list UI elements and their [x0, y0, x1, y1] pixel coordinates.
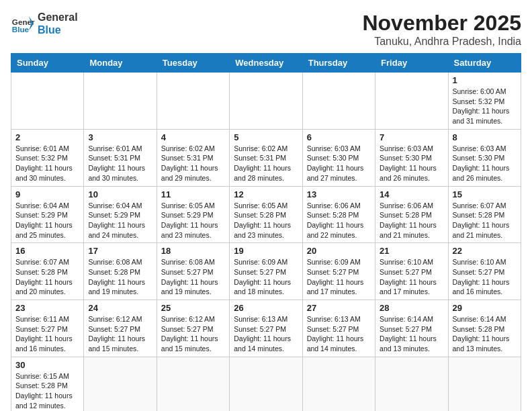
day-of-week-header: Friday: [375, 54, 448, 73]
calendar-week-row: 1Sunrise: 6:00 AM Sunset: 5:32 PM Daylig…: [11, 73, 521, 130]
day-info: Sunrise: 6:15 AM Sunset: 5:28 PM Dayligh…: [15, 371, 79, 411]
calendar-day-cell: 6Sunrise: 6:03 AM Sunset: 5:30 PM Daylig…: [302, 129, 375, 186]
svg-text:Blue: Blue: [12, 25, 30, 34]
day-number: 17: [88, 246, 152, 256]
calendar-week-row: 2Sunrise: 6:01 AM Sunset: 5:32 PM Daylig…: [11, 129, 521, 186]
day-number: 4: [161, 132, 225, 142]
day-info: Sunrise: 6:10 AM Sunset: 5:27 PM Dayligh…: [453, 257, 517, 297]
day-info: Sunrise: 6:06 AM Sunset: 5:28 PM Dayligh…: [380, 201, 443, 240]
day-info: Sunrise: 6:07 AM Sunset: 5:28 PM Dayligh…: [15, 257, 79, 297]
calendar-day-cell: 25Sunrise: 6:12 AM Sunset: 5:27 PM Dayli…: [157, 300, 229, 357]
calendar-day-cell: 24Sunrise: 6:12 AM Sunset: 5:27 PM Dayli…: [84, 300, 157, 357]
calendar-table: SundayMondayTuesdayWednesdayThursdayFrid…: [11, 53, 521, 411]
calendar-day-cell: 22Sunrise: 6:10 AM Sunset: 5:27 PM Dayli…: [448, 243, 521, 300]
calendar-day-cell: 13Sunrise: 6:06 AM Sunset: 5:28 PM Dayli…: [302, 186, 375, 243]
day-number: 27: [307, 303, 371, 313]
day-info: Sunrise: 6:14 AM Sunset: 5:27 PM Dayligh…: [380, 314, 443, 354]
calendar-day-cell: [302, 357, 375, 411]
calendar-week-row: 23Sunrise: 6:11 AM Sunset: 5:27 PM Dayli…: [11, 300, 521, 357]
day-of-week-header: Sunday: [11, 54, 84, 73]
day-info: Sunrise: 6:05 AM Sunset: 5:28 PM Dayligh…: [234, 201, 298, 240]
day-number: 8: [453, 132, 517, 142]
calendar-day-cell: 23Sunrise: 6:11 AM Sunset: 5:27 PM Dayli…: [11, 300, 84, 357]
day-number: 28: [380, 303, 443, 313]
location-title: Tanuku, Andhra Pradesh, India: [362, 36, 521, 48]
page-header: General Blue General Blue November 2025 …: [11, 11, 521, 48]
calendar-day-cell: 11Sunrise: 6:05 AM Sunset: 5:29 PM Dayli…: [157, 186, 229, 243]
day-info: Sunrise: 6:01 AM Sunset: 5:32 PM Dayligh…: [15, 144, 79, 183]
month-title: November 2025: [362, 11, 521, 36]
calendar-day-cell: [84, 357, 157, 411]
logo-general-text: General: [38, 11, 78, 24]
day-number: 2: [15, 132, 79, 142]
calendar-day-cell: [375, 73, 448, 130]
day-of-week-header: Tuesday: [157, 54, 229, 73]
day-info: Sunrise: 6:00 AM Sunset: 5:32 PM Dayligh…: [453, 87, 517, 126]
day-info: Sunrise: 6:04 AM Sunset: 5:29 PM Dayligh…: [88, 201, 152, 240]
day-number: 9: [15, 189, 79, 199]
calendar-day-cell: [230, 73, 302, 130]
calendar-day-cell: 7Sunrise: 6:03 AM Sunset: 5:30 PM Daylig…: [375, 129, 448, 186]
day-of-week-header: Thursday: [302, 54, 375, 73]
calendar-day-cell: 30Sunrise: 6:15 AM Sunset: 5:28 PM Dayli…: [11, 357, 84, 411]
day-info: Sunrise: 6:05 AM Sunset: 5:29 PM Dayligh…: [161, 201, 225, 240]
day-number: 12: [234, 189, 298, 199]
day-number: 11: [161, 189, 225, 199]
calendar-day-cell: 26Sunrise: 6:13 AM Sunset: 5:27 PM Dayli…: [230, 300, 302, 357]
day-number: 3: [88, 132, 152, 142]
day-number: 15: [453, 189, 517, 199]
day-number: 29: [453, 303, 517, 313]
day-number: 20: [307, 246, 371, 256]
calendar-day-cell: [448, 357, 521, 411]
day-info: Sunrise: 6:13 AM Sunset: 5:27 PM Dayligh…: [307, 314, 371, 354]
day-info: Sunrise: 6:11 AM Sunset: 5:27 PM Dayligh…: [15, 314, 79, 354]
day-info: Sunrise: 6:09 AM Sunset: 5:27 PM Dayligh…: [307, 257, 371, 297]
calendar-day-cell: 2Sunrise: 6:01 AM Sunset: 5:32 PM Daylig…: [11, 129, 84, 186]
day-number: 1: [453, 75, 517, 85]
day-number: 5: [234, 132, 298, 142]
day-number: 6: [307, 132, 371, 142]
day-info: Sunrise: 6:14 AM Sunset: 5:28 PM Dayligh…: [453, 314, 517, 354]
calendar-day-cell: [230, 357, 302, 411]
day-info: Sunrise: 6:03 AM Sunset: 5:30 PM Dayligh…: [380, 144, 443, 183]
calendar-day-cell: 17Sunrise: 6:08 AM Sunset: 5:28 PM Dayli…: [84, 243, 157, 300]
calendar-day-cell: 16Sunrise: 6:07 AM Sunset: 5:28 PM Dayli…: [11, 243, 84, 300]
calendar-day-cell: 12Sunrise: 6:05 AM Sunset: 5:28 PM Dayli…: [230, 186, 302, 243]
calendar-day-cell: [302, 73, 375, 130]
calendar-day-cell: [84, 73, 157, 130]
calendar-day-cell: [157, 73, 229, 130]
title-block: November 2025 Tanuku, Andhra Pradesh, In…: [362, 11, 521, 48]
day-info: Sunrise: 6:04 AM Sunset: 5:29 PM Dayligh…: [15, 201, 79, 240]
calendar-day-cell: [375, 357, 448, 411]
day-number: 18: [161, 246, 225, 256]
day-number: 19: [234, 246, 298, 256]
day-number: 25: [161, 303, 225, 313]
day-number: 23: [15, 303, 79, 313]
logo-icon: General Blue: [11, 11, 35, 36]
calendar-day-cell: 4Sunrise: 6:02 AM Sunset: 5:31 PM Daylig…: [157, 129, 229, 186]
day-number: 24: [88, 303, 152, 313]
calendar-day-cell: 5Sunrise: 6:02 AM Sunset: 5:31 PM Daylig…: [230, 129, 302, 186]
calendar-day-cell: 29Sunrise: 6:14 AM Sunset: 5:28 PM Dayli…: [448, 300, 521, 357]
day-number: 14: [380, 189, 443, 199]
calendar-week-row: 30Sunrise: 6:15 AM Sunset: 5:28 PM Dayli…: [11, 357, 521, 411]
day-info: Sunrise: 6:08 AM Sunset: 5:27 PM Dayligh…: [161, 257, 225, 297]
day-info: Sunrise: 6:09 AM Sunset: 5:27 PM Dayligh…: [234, 257, 298, 297]
day-info: Sunrise: 6:03 AM Sunset: 5:30 PM Dayligh…: [453, 144, 517, 183]
calendar-day-cell: 14Sunrise: 6:06 AM Sunset: 5:28 PM Dayli…: [375, 186, 448, 243]
day-info: Sunrise: 6:01 AM Sunset: 5:31 PM Dayligh…: [88, 144, 152, 183]
day-info: Sunrise: 6:12 AM Sunset: 5:27 PM Dayligh…: [88, 314, 152, 354]
logo: General Blue General Blue: [11, 11, 78, 36]
calendar-week-row: 16Sunrise: 6:07 AM Sunset: 5:28 PM Dayli…: [11, 243, 521, 300]
calendar-header-row: SundayMondayTuesdayWednesdayThursdayFrid…: [11, 54, 521, 73]
day-info: Sunrise: 6:13 AM Sunset: 5:27 PM Dayligh…: [234, 314, 298, 354]
calendar-day-cell: 3Sunrise: 6:01 AM Sunset: 5:31 PM Daylig…: [84, 129, 157, 186]
day-number: 13: [307, 189, 371, 199]
day-number: 26: [234, 303, 298, 313]
day-info: Sunrise: 6:12 AM Sunset: 5:27 PM Dayligh…: [161, 314, 225, 354]
calendar-day-cell: 18Sunrise: 6:08 AM Sunset: 5:27 PM Dayli…: [157, 243, 229, 300]
day-number: 22: [453, 246, 517, 256]
day-number: 7: [380, 132, 443, 142]
day-info: Sunrise: 6:02 AM Sunset: 5:31 PM Dayligh…: [161, 144, 225, 183]
day-info: Sunrise: 6:07 AM Sunset: 5:28 PM Dayligh…: [453, 201, 517, 240]
